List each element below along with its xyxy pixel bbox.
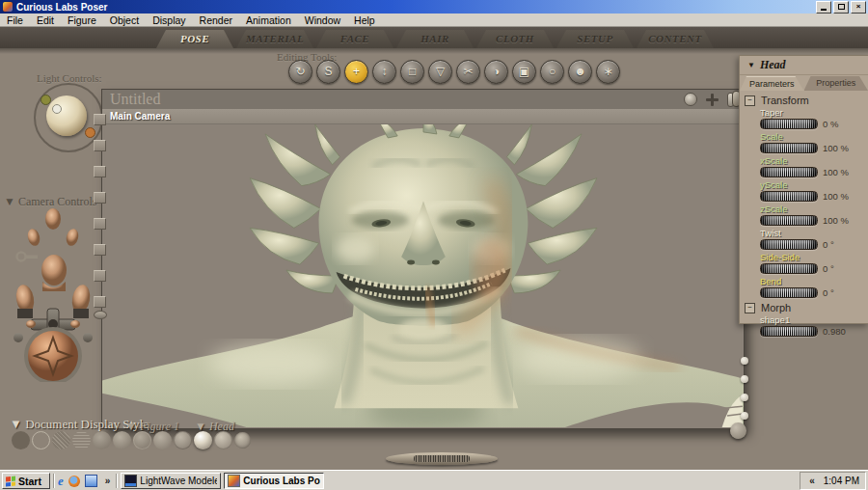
translate-inout-tool-icon[interactable]: ↕	[372, 60, 396, 84]
viewport-dot-4[interactable]	[741, 412, 748, 420]
style-cartoon-line-icon[interactable]	[174, 431, 192, 449]
preview-3d-canvas[interactable]	[102, 124, 744, 427]
task-button-lightwave[interactable]: LightWave Modeler 8.5 (...	[121, 473, 221, 489]
menu-display[interactable]: Display	[146, 14, 192, 26]
tab-properties[interactable]: Properties	[804, 76, 868, 91]
style-wireframe-icon[interactable]	[52, 431, 70, 449]
param-scale-dial[interactable]	[760, 143, 818, 153]
edge-button-1[interactable]	[94, 114, 106, 125]
tab-parameters[interactable]: Parameters	[740, 76, 804, 91]
style-texture-shaded-icon[interactable]	[234, 432, 251, 449]
desktop-icon[interactable]	[85, 475, 97, 487]
viewport-dot-3[interactable]	[741, 394, 748, 401]
firefox-icon[interactable]	[68, 476, 80, 487]
camera-name-bar[interactable]: Main Camera	[102, 109, 744, 124]
menu-edit[interactable]: Edit	[30, 14, 61, 26]
style-silhouette-icon[interactable]	[12, 431, 30, 449]
param-xscale-dial[interactable]	[760, 167, 818, 177]
style-lit-wireframe-icon[interactable]	[93, 431, 111, 449]
param-taper-dial[interactable]	[760, 119, 818, 129]
edge-button-8[interactable]	[94, 296, 106, 308]
edge-button-4[interactable]	[94, 192, 106, 204]
light-preview-sphere[interactable]	[46, 95, 87, 136]
camera-roll-left-sphere[interactable]	[14, 333, 23, 342]
edge-button-5[interactable]	[94, 218, 106, 230]
style-flat-shaded-icon[interactable]	[113, 431, 131, 449]
menu-window[interactable]: Window	[298, 14, 347, 26]
tab-cloth[interactable]: CLOTH	[476, 30, 554, 48]
style-cartoon-icon[interactable]	[153, 431, 172, 449]
style-outline-icon[interactable]	[32, 431, 50, 449]
camera-controls-widget[interactable]	[6, 206, 100, 382]
edge-oval-handle[interactable]	[94, 311, 107, 319]
palette-header[interactable]: ▼ Head	[740, 56, 868, 75]
tracking-ball-icon[interactable]	[684, 93, 697, 106]
param-taper-value: 0 %	[823, 119, 838, 129]
menu-render[interactable]: Render	[193, 14, 239, 26]
param-yscale-dial[interactable]	[760, 191, 818, 202]
tray-chevron[interactable]: «	[806, 476, 818, 486]
menu-figure[interactable]: Figure	[61, 14, 103, 26]
edge-button-6[interactable]	[94, 244, 106, 256]
param-side-side-dial[interactable]	[760, 263, 818, 274]
minimize-button[interactable]	[816, 1, 831, 14]
rotate-tool-icon[interactable]: ↻	[288, 60, 312, 84]
internet-explorer-icon[interactable]: e	[58, 474, 64, 489]
scale-tool-icon[interactable]: □	[400, 60, 424, 84]
tab-content[interactable]: CONTENT	[637, 30, 714, 48]
viewport-dot-1[interactable]	[741, 357, 748, 365]
tab-hair[interactable]: HAIR	[396, 30, 474, 48]
collapse-triangle-icon[interactable]: ▼	[747, 61, 755, 69]
menu-object[interactable]: Object	[103, 14, 146, 26]
style-flat-lined-icon[interactable]	[133, 431, 151, 449]
menu-file[interactable]: File	[0, 14, 30, 26]
param-bend-dial[interactable]	[760, 287, 818, 298]
view-magnifier-tool-icon[interactable]: ○	[540, 60, 564, 84]
param-zscale-dial[interactable]	[760, 215, 818, 226]
head-camera-bust-icon[interactable]	[41, 255, 67, 291]
tab-setup[interactable]: SETUP	[556, 30, 634, 48]
viewport-corner-handle[interactable]	[730, 422, 746, 439]
camera-roll-right-sphere[interactable]	[83, 333, 93, 342]
face-camera-icon[interactable]	[45, 208, 61, 230]
style-smooth-shaded-icon[interactable]	[194, 431, 212, 449]
translate-pull-tool-icon[interactable]: +	[344, 60, 368, 84]
tab-pose[interactable]: POSE	[156, 30, 233, 48]
left-big-hand-icon[interactable]	[14, 284, 37, 318]
tab-material[interactable]: MATERIAL	[236, 30, 313, 48]
style-hidden-line-icon[interactable]	[72, 431, 91, 449]
menu-help[interactable]: Help	[347, 14, 382, 26]
drawer-pull-handle[interactable]	[386, 452, 498, 465]
tab-face[interactable]: FACE	[316, 30, 393, 48]
param-twist-dial[interactable]	[760, 239, 818, 250]
edge-button-3[interactable]	[94, 166, 106, 177]
start-button[interactable]: Start	[2, 473, 50, 489]
style-smooth-lined-icon[interactable]	[214, 431, 232, 449]
morph-collapse-box[interactable]: −	[745, 303, 755, 313]
quicklaunch-overflow-chevron[interactable]: »	[102, 476, 114, 486]
color-tool-icon[interactable]: ◑	[484, 60, 508, 84]
restore-button[interactable]	[833, 1, 849, 14]
chain-break-tool-icon[interactable]: ✂	[456, 60, 480, 84]
edge-button-7[interactable]	[94, 270, 106, 282]
light-1-handle[interactable]	[41, 95, 51, 105]
param-shape1-dial[interactable]	[760, 326, 818, 337]
close-button[interactable]: ×	[851, 1, 866, 14]
right-big-hand-icon[interactable]	[70, 284, 93, 318]
camera-key-icon[interactable]	[17, 253, 39, 261]
grouping-tool-icon[interactable]: ▣	[512, 60, 536, 84]
viewport-dot-2[interactable]	[741, 375, 748, 383]
transform-collapse-box[interactable]: −	[745, 95, 755, 106]
taper-tool-icon[interactable]: ▽	[428, 60, 452, 84]
direct-manipulation-tool-icon[interactable]: ∗	[596, 60, 620, 84]
menu-animation[interactable]: Animation	[239, 14, 298, 26]
right-hand-camera-icon[interactable]	[65, 228, 80, 247]
light-2-handle[interactable]	[52, 104, 62, 114]
left-hand-camera-icon[interactable]	[26, 228, 41, 247]
move-document-icon[interactable]	[706, 94, 719, 106]
morphing-tool-icon[interactable]: ☻	[568, 60, 592, 84]
camera-trackball[interactable]	[24, 327, 82, 382]
edge-button-2[interactable]	[94, 140, 106, 151]
task-button-poser[interactable]: Curious Labs Poser	[224, 473, 324, 489]
twist-tool-icon[interactable]: S	[316, 60, 340, 84]
